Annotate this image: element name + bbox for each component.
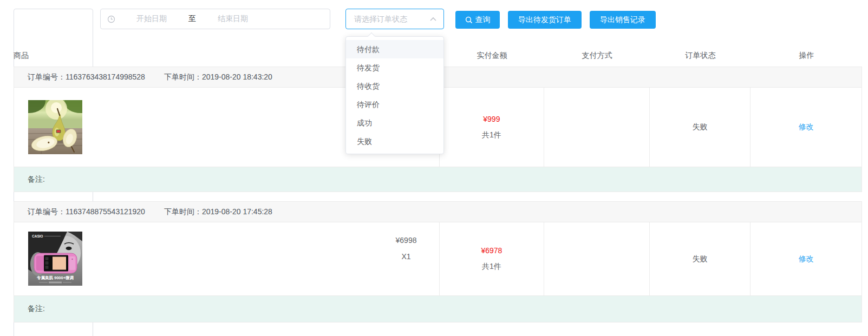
order-number-text: 订单编号：1163763438174998528: [28, 73, 145, 82]
search-button[interactable]: 查询: [455, 11, 500, 29]
end-date-input[interactable]: 结束日期: [198, 14, 268, 24]
order-status: 失败: [692, 122, 707, 132]
payment-method-cell: [544, 222, 650, 295]
search-button-label: 查询: [475, 15, 491, 25]
date-range-separator: 至: [187, 14, 198, 24]
paid-amount-cell: ¥6978 共1件: [440, 222, 544, 295]
order-card: 订单编号：1163748875543121920 下单时间：2019-08-20…: [14, 201, 862, 322]
action-cell: 修改: [750, 222, 862, 295]
unit-price: ¥6998: [374, 232, 439, 248]
product-image-caption-text: 专属美肌 9000+微调: [36, 275, 74, 280]
export-pending-orders-button[interactable]: 导出待发货订单: [508, 11, 582, 29]
status-option-success[interactable]: 成功: [346, 114, 443, 132]
order-status-dropdown: 待付款 待发货 待收货 待评价 成功 失败: [345, 36, 444, 154]
product-cell: CASIO 专属美肌 9000+微调: [14, 222, 440, 295]
product-image-pear: [28, 100, 82, 154]
search-icon: [465, 16, 473, 24]
action-cell: 修改: [750, 88, 862, 167]
column-header-order-status: 订单状态: [650, 50, 751, 61]
export-sales-records-button[interactable]: 导出销售记录: [590, 11, 656, 29]
paid-count: 共1件: [482, 262, 501, 272]
order-time-text: 下单时间：2019-08-20 17:45:28: [164, 207, 272, 217]
status-option-pending-review[interactable]: 待评价: [346, 95, 443, 114]
start-date-input[interactable]: 开始日期: [116, 14, 187, 24]
product-image-brand-text: CASIO: [32, 234, 43, 238]
paid-count: 共1件: [482, 130, 501, 140]
column-header-action: 操作: [751, 50, 862, 61]
order-status-cell: 失败: [650, 222, 751, 295]
date-range-picker[interactable]: 开始日期 至 结束日期: [100, 9, 330, 29]
column-header-payment-method: 支付方式: [544, 50, 650, 61]
order-time-text: 下单时间：2019-08-20 18:43:20: [164, 73, 272, 82]
order-status-select-placeholder: 请选择订单状态: [354, 15, 407, 24]
payment-method-cell: [544, 88, 650, 167]
unit-price-block: ¥6998 X1: [374, 232, 439, 265]
status-option-failed[interactable]: 失败: [346, 132, 443, 150]
paid-amount-cell: ¥999 共1件: [440, 88, 544, 167]
remark-label: 备注:: [28, 304, 45, 314]
status-option-pending-receipt[interactable]: 待收货: [346, 77, 443, 95]
export-sales-records-label: 导出销售记录: [600, 15, 645, 25]
paid-amount: ¥999: [483, 115, 500, 123]
dropdown-pointer: [368, 32, 375, 40]
unit-qty: X1: [374, 248, 439, 265]
chevron-up-icon: [429, 16, 437, 22]
status-option-pending-shipment[interactable]: 待发货: [346, 58, 443, 77]
modify-link[interactable]: 修改: [799, 122, 814, 132]
remark-label: 备注:: [28, 175, 45, 185]
order-card-header: 订单编号：1163748875543121920 下单时间：2019-08-20…: [14, 202, 862, 222]
order-remark-row: 备注:: [14, 295, 862, 322]
export-pending-orders-label: 导出待发货订单: [518, 15, 571, 25]
paid-amount: ¥6978: [481, 246, 502, 255]
clock-icon: [107, 15, 115, 23]
product-image-casio-camera: CASIO 专属美肌 9000+微调: [28, 232, 82, 286]
order-number-text: 订单编号：1163748875543121920: [28, 207, 145, 217]
order-status-select[interactable]: 请选择订单状态: [345, 9, 444, 29]
modify-link[interactable]: 修改: [799, 254, 814, 264]
order-status-cell: 失败: [650, 88, 751, 167]
column-header-product: 商品: [14, 50, 29, 61]
order-status: 失败: [692, 254, 707, 264]
column-header-paid-amount: 实付金额: [440, 50, 544, 61]
order-remark-row: 备注:: [14, 167, 862, 192]
status-option-pending-payment[interactable]: 待付款: [346, 40, 443, 58]
